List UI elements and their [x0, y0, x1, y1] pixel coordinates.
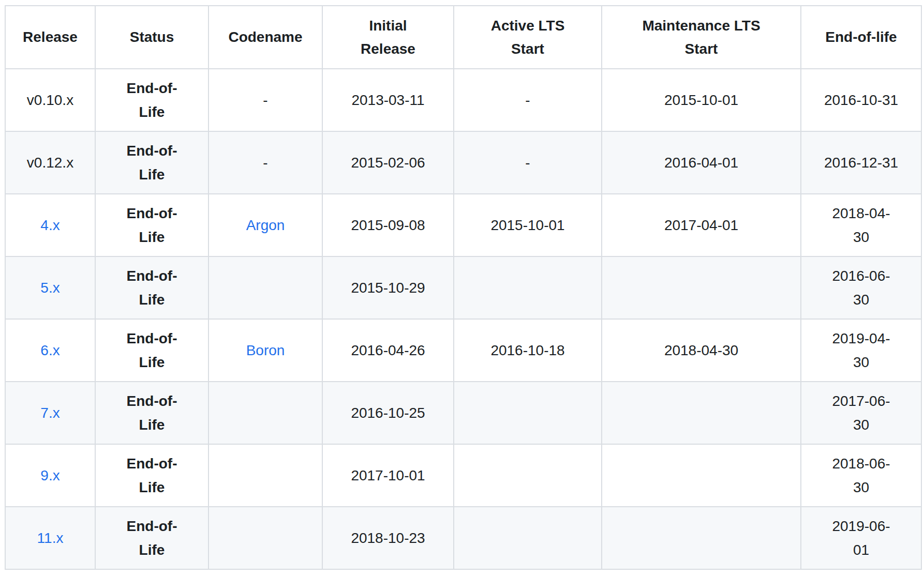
active-lts-cell: -: [454, 69, 602, 131]
release-link[interactable]: 5.x: [40, 280, 59, 296]
active-lts-cell: [454, 444, 602, 507]
column-header-initial-release: Initial Release: [322, 6, 454, 69]
end-of-life-cell: 2018-04- 30: [801, 194, 921, 256]
initial-release-cell: 2016-10-25: [322, 382, 454, 444]
release-cell: v0.10.x: [5, 69, 95, 131]
table-row: 5.x End-of- Life 2015-10-29 2016-06- 30: [5, 256, 921, 319]
page: Release Status Codename Initial Release …: [0, 0, 924, 576]
column-header-active-lts-start: Active LTS Start: [454, 6, 602, 69]
column-header-release: Release: [5, 6, 95, 69]
maintenance-lts-cell: [602, 382, 801, 444]
active-lts-cell: 2015-10-01: [454, 194, 602, 256]
codename-cell: [208, 382, 322, 444]
initial-release-cell: 2015-02-06: [322, 131, 454, 194]
end-of-life-cell: 2018-06- 30: [801, 444, 921, 507]
initial-release-cell: 2015-10-29: [322, 256, 454, 319]
table-row: 11.x End-of- Life 2018-10-23 2019-06- 01: [5, 507, 921, 569]
column-header-maintenance-lts-start: Maintenance LTS Start: [602, 6, 801, 69]
column-header-status: Status: [95, 6, 208, 69]
release-link[interactable]: 4.x: [40, 217, 59, 233]
end-of-life-cell: 2019-06- 01: [801, 507, 921, 569]
release-cell: 9.x: [5, 444, 95, 507]
status-cell: End-of- Life: [95, 131, 208, 194]
initial-release-cell: 2018-10-23: [322, 507, 454, 569]
column-header-end-of-life: End-of-life: [801, 6, 921, 69]
active-lts-cell: -: [454, 131, 602, 194]
table-row: 4.x End-of- Life Argon 2015-09-08 2015-1…: [5, 194, 921, 256]
initial-release-cell: 2015-09-08: [322, 194, 454, 256]
codename-link[interactable]: Argon: [246, 217, 285, 233]
initial-release-cell: 2016-04-26: [322, 319, 454, 382]
codename-cell: -: [208, 131, 322, 194]
active-lts-cell: [454, 507, 602, 569]
end-of-life-cell: 2016-10-31: [801, 69, 921, 131]
status-cell: End-of- Life: [95, 319, 208, 382]
maintenance-lts-cell: 2018-04-30: [602, 319, 801, 382]
initial-release-cell: 2017-10-01: [322, 444, 454, 507]
active-lts-cell: 2016-10-18: [454, 319, 602, 382]
codename-cell: Boron: [208, 319, 322, 382]
end-of-life-cell: 2016-12-31: [801, 131, 921, 194]
status-cell: End-of- Life: [95, 194, 208, 256]
maintenance-lts-cell: [602, 444, 801, 507]
table-row: 9.x End-of- Life 2017-10-01 2018-06- 30: [5, 444, 921, 507]
release-schedule-table: Release Status Codename Initial Release …: [5, 5, 922, 570]
codename-cell: Argon: [208, 194, 322, 256]
active-lts-cell: [454, 382, 602, 444]
release-link[interactable]: 9.x: [40, 467, 59, 483]
release-cell: 7.x: [5, 382, 95, 444]
end-of-life-cell: 2017-06- 30: [801, 382, 921, 444]
release-cell: 11.x: [5, 507, 95, 569]
release-link[interactable]: 6.x: [40, 342, 59, 358]
codename-cell: [208, 507, 322, 569]
status-cell: End-of- Life: [95, 69, 208, 131]
table-row: v0.10.x End-of- Life - 2013-03-11 - 2015…: [5, 69, 921, 131]
table-row: 6.x End-of- Life Boron 2016-04-26 2016-1…: [5, 319, 921, 382]
codename-cell: -: [208, 69, 322, 131]
column-header-codename: Codename: [208, 6, 322, 69]
table-header: Release Status Codename Initial Release …: [5, 6, 921, 69]
maintenance-lts-cell: 2016-04-01: [602, 131, 801, 194]
release-cell: v0.12.x: [5, 131, 95, 194]
header-row: Release Status Codename Initial Release …: [5, 6, 921, 69]
status-cell: End-of- Life: [95, 256, 208, 319]
status-cell: End-of- Life: [95, 444, 208, 507]
maintenance-lts-cell: [602, 507, 801, 569]
codename-cell: [208, 256, 322, 319]
table-row: v0.12.x End-of- Life - 2015-02-06 - 2016…: [5, 131, 921, 194]
initial-release-cell: 2013-03-11: [322, 69, 454, 131]
status-cell: End-of- Life: [95, 507, 208, 569]
maintenance-lts-cell: [602, 256, 801, 319]
release-link[interactable]: 11.x: [37, 530, 64, 546]
release-link[interactable]: 7.x: [40, 405, 59, 421]
codename-link[interactable]: Boron: [246, 342, 285, 358]
table-row: 7.x End-of- Life 2016-10-25 2017-06- 30: [5, 382, 921, 444]
release-cell: 5.x: [5, 256, 95, 319]
end-of-life-cell: 2016-06- 30: [801, 256, 921, 319]
maintenance-lts-cell: 2015-10-01: [602, 69, 801, 131]
release-cell: 4.x: [5, 194, 95, 256]
codename-cell: [208, 444, 322, 507]
release-cell: 6.x: [5, 319, 95, 382]
table-body: v0.10.x End-of- Life - 2013-03-11 - 2015…: [5, 69, 921, 569]
status-cell: End-of- Life: [95, 382, 208, 444]
active-lts-cell: [454, 256, 602, 319]
end-of-life-cell: 2019-04- 30: [801, 319, 921, 382]
maintenance-lts-cell: 2017-04-01: [602, 194, 801, 256]
